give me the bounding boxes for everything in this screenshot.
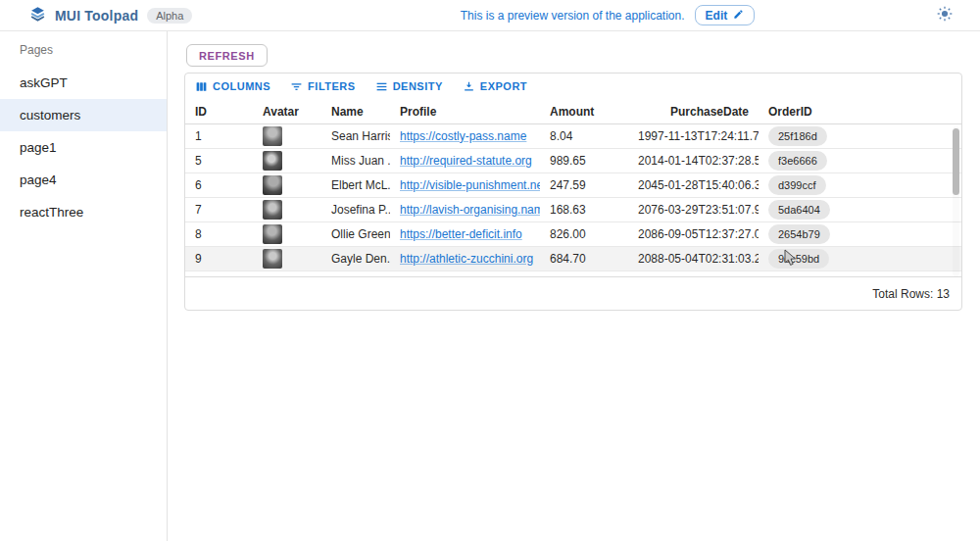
cell-avatar [253,126,321,146]
order-id-chip[interactable]: 9dc59bd [768,249,829,269]
table-row[interactable]: 6Elbert McL...http://visible-punishment.… [185,173,961,198]
cell-name: Josefina P... [321,198,390,221]
sidebar-nav: askGPTcustomerspage1page4reactThree [0,67,167,228]
cell-id: 5 [185,149,253,172]
profile-link[interactable]: https://costly-pass.name [400,129,526,143]
cell-id: 6 [185,173,253,197]
sidebar-item-label: customers [20,108,80,123]
column-header-profile[interactable]: Profile [390,100,540,123]
density-button[interactable]: DENSITY [369,76,449,97]
sidebar-item-label: page1 [20,140,57,155]
order-id-chip[interactable]: 2654b79 [768,224,830,244]
sidebar-item-label: askGPT [20,75,68,90]
table-row[interactable]: 9Gayle Den...http://athletic-zucchini.or… [185,247,961,271]
theme-toggle-button[interactable] [921,6,980,25]
column-header-amount[interactable]: Amount [540,100,628,123]
cell-amount: 247.59 [540,173,628,197]
profile-link[interactable]: http://lavish-organising.name [400,203,540,217]
pencil-icon [733,9,744,23]
order-id-chip[interactable]: f3e6666 [768,151,827,171]
cell-order-id: 25f186d [759,124,962,148]
avatar [263,151,282,171]
order-id-chip[interactable]: d399ccf [768,175,826,195]
column-header-name[interactable]: Name [321,100,390,123]
sun-icon [937,6,953,25]
vertical-scrollbar[interactable] [953,126,959,276]
toolbar-button-label: COLUMNS [213,80,270,92]
filters-button[interactable]: FILTERS [284,76,362,97]
cell-id: 9 [185,247,253,270]
table-row[interactable]: 1Sean Harrishttps://costly-pass.name8.04… [185,124,961,149]
cell-amount: 989.65 [540,149,628,172]
cell-amount: 826.00 [540,222,628,246]
grid-rows-viewport: 1Sean Harrishttps://costly-pass.name8.04… [185,124,961,277]
density-icon [375,80,388,93]
cell-id: 7 [185,198,253,221]
order-id-chip[interactable]: 5da6404 [768,200,830,220]
cell-purchase-date: 2045-01-28T15:40:06.325Z [628,173,759,197]
grid-header-row: IDAvatarNameProfileAmountPurchaseDateOrd… [185,100,961,124]
profile-link[interactable]: http://athletic-zucchini.org [400,252,533,266]
table-row[interactable]: 5Miss Juan ...http://required-statute.or… [185,149,961,173]
cell-profile: http://required-statute.org [390,149,540,172]
brand: MUI Toolpad Alpha [0,5,294,25]
edit-button-label: Edit [706,9,728,23]
order-id-chip[interactable]: 25f186d [768,126,827,146]
sidebar-item-reactThree[interactable]: reactThree [0,196,167,228]
cell-avatar [253,249,321,269]
avatar [263,200,282,220]
cell-order-id: f3e6666 [759,149,962,172]
sidebar-item-askGPT[interactable]: askGPT [0,67,167,99]
toolbar-button-label: DENSITY [393,80,443,92]
alpha-badge: Alpha [147,8,192,24]
columns-button[interactable]: COLUMNS [189,76,276,97]
cell-order-id: 5da6404 [759,198,962,221]
column-header-avatar[interactable]: Avatar [253,100,321,123]
cell-purchase-date: 2086-09-05T12:37:27.015Z [628,222,759,246]
export-button[interactable]: EXPORT [457,76,533,97]
cell-profile: https://costly-pass.name [390,124,540,148]
profile-link[interactable]: https://better-deficit.info [400,227,522,241]
toolbar-button-label: FILTERS [308,80,356,92]
columns-icon [195,80,208,93]
avatar [263,224,282,244]
profile-link[interactable]: http://required-statute.org [400,154,532,168]
filter-icon [290,80,303,93]
table-row[interactable]: 8Ollie Green...https://better-deficit.in… [185,222,961,247]
sidebar-item-page1[interactable]: page1 [0,131,167,164]
scrollbar-thumb[interactable] [953,128,959,195]
sidebar: Pages askGPTcustomerspage1page4reactThre… [0,31,168,541]
column-header-orderid[interactable]: OrderID [759,100,962,123]
cell-amount: 684.70 [540,247,628,270]
cell-name: Gayle Den... [321,247,390,270]
cell-avatar [253,175,321,195]
sidebar-item-page4[interactable]: page4 [0,164,167,196]
cell-name: Sean Harris [321,124,390,148]
cell-avatar [253,151,321,171]
cell-id: 8 [185,222,253,246]
toolbar-button-label: EXPORT [480,80,527,92]
app-bar: MUI Toolpad Alpha This is a preview vers… [0,0,980,31]
cell-order-id: 9dc59bd [759,247,962,270]
refresh-button[interactable]: REFRESH [186,44,268,67]
cell-name: Ollie Green... [321,222,390,246]
edit-button[interactable]: Edit [695,5,756,25]
cell-profile: http://lavish-organising.name [390,198,540,221]
table-row[interactable]: 7Josefina P...http://lavish-organising.n… [185,198,961,222]
sidebar-item-customers[interactable]: customers [0,99,167,131]
sidebar-section-label: Pages [0,31,167,67]
column-header-id[interactable]: ID [185,100,253,123]
cell-amount: 168.63 [540,198,628,221]
data-grid: COLUMNSFILTERSDENSITYEXPORT IDAvatarName… [184,73,962,311]
profile-link[interactable]: http://visible-punishment.net [400,178,540,192]
export-icon [463,80,475,93]
main-content: REFRESH COLUMNSFILTERSDENSITYEXPORT IDAv… [168,31,980,541]
cell-purchase-date: 1997-11-13T17:24:11.769Z [628,124,759,148]
cell-order-id: d399ccf [759,173,962,197]
layers-icon [29,5,46,25]
column-header-purchasedate[interactable]: PurchaseDate [628,100,759,123]
grid-toolbar: COLUMNSFILTERSDENSITYEXPORT [185,74,961,100]
app-title: MUI Toolpad [55,8,138,24]
avatar [263,126,282,146]
cell-name: Miss Juan ... [321,149,390,172]
